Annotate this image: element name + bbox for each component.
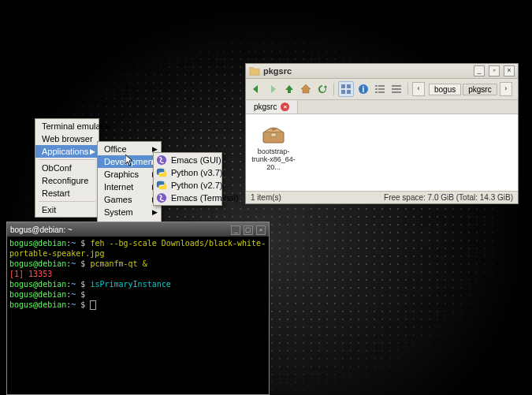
emacs-icon: [156, 155, 167, 166]
close-button[interactable]: ×: [504, 65, 515, 76]
fm-content[interactable]: .tgz bootstrap-trunk-x86_64-20...: [246, 114, 518, 191]
tab-close-icon[interactable]: ×: [281, 102, 289, 111]
svg-rect-9: [378, 85, 385, 87]
menu-item-development[interactable]: Development▶: [98, 155, 161, 168]
path-segment-bogus[interactable]: bogus: [429, 84, 461, 95]
nav-back-button[interactable]: [249, 82, 263, 96]
label: Restart: [42, 188, 69, 198]
window-buttons: _ ▢ ×: [230, 224, 266, 235]
prompt-user: bogus@debian: [9, 259, 66, 268]
menu-item-internet[interactable]: Internet▶: [98, 181, 161, 193]
svg-rect-2: [341, 84, 345, 88]
menu-item-restart[interactable]: Restart: [35, 187, 99, 199]
svg-text:.tgz: .tgz: [271, 127, 276, 131]
cursor: [90, 300, 96, 310]
output: isPrimaryInstance: [90, 280, 170, 289]
terminal-line: bogus@debian:~ $ feh --bg-scale Download…: [9, 238, 266, 259]
menu-item-games[interactable]: Games▶: [98, 193, 161, 206]
menu-item-obconf[interactable]: ObConf: [35, 162, 99, 174]
fm-titlebar[interactable]: pkgsrc _ ▫ ×: [246, 64, 518, 79]
menu-item-terminal-emulator[interactable]: Terminal emulator: [35, 120, 99, 132]
emacs-icon: [156, 192, 167, 203]
label: Web browser: [42, 134, 93, 143]
view-detailed-button[interactable]: [389, 82, 404, 96]
prompt-path: ~: [71, 300, 76, 309]
view-icons-button[interactable]: [338, 81, 354, 97]
svg-rect-16: [392, 91, 401, 93]
view-info-button[interactable]: i: [356, 82, 370, 96]
menu-item-office[interactable]: Office▶: [98, 143, 161, 155]
svg-rect-13: [378, 91, 385, 93]
prompt-user: bogus@debian: [9, 239, 66, 248]
svg-rect-15: [392, 88, 401, 90]
menu-item-emacs-gui[interactable]: Emacs (GUI): [154, 154, 221, 166]
svg-rect-8: [375, 85, 378, 87]
close-button[interactable]: ×: [256, 225, 266, 235]
label: Python (v3.7): [171, 168, 222, 177]
status-free-space: Free space: 7.0 GiB (Total: 14.3 GiB): [384, 193, 513, 202]
nav-forward-button[interactable]: [266, 82, 280, 96]
fm-title: pkgsrc: [263, 66, 470, 76]
terminal-line: bogus@debian:~ $ isPrimaryInstance: [9, 279, 266, 289]
toolbar-separator: [333, 83, 334, 95]
view-list-button[interactable]: [373, 82, 387, 96]
menu-item-exit[interactable]: Exit: [35, 203, 99, 216]
path-bar: bogus pkgsrc: [429, 84, 497, 95]
menu-item-reconfigure[interactable]: Reconfigure: [35, 174, 99, 187]
path-scroll-left-button[interactable]: ‹: [412, 82, 425, 96]
menu-item-applications[interactable]: Applications▶: [35, 145, 99, 158]
label: Emacs (GUI): [171, 155, 221, 165]
terminal-window[interactable]: bogus@debian: ~ _ ▢ × bogus@debian:~ $ f…: [6, 222, 270, 395]
prompt-user: bogus@debian: [9, 280, 66, 289]
label: Development: [104, 157, 155, 166]
minimize-button[interactable]: _: [474, 65, 485, 76]
reload-button[interactable]: [315, 82, 329, 96]
file-bootstrap-archive[interactable]: .tgz bootstrap-trunk-x86_64-20...: [251, 119, 296, 171]
svg-text:i: i: [363, 85, 365, 94]
svg-rect-3: [347, 84, 351, 88]
folder-icon: [249, 65, 260, 76]
minimize-button[interactable]: _: [231, 225, 240, 235]
label: Emacs (Terminal): [171, 193, 239, 203]
menu-item-web-browser[interactable]: Web browser: [35, 132, 99, 145]
root-menu: Terminal emulator Web browser Applicatio…: [35, 118, 99, 218]
terminal-line: bogus@debian:~ $: [9, 289, 266, 300]
menu-item-python27[interactable]: Python (v2.7): [154, 179, 221, 192]
maximize-button[interactable]: ▫: [489, 65, 500, 76]
menu-item-python37[interactable]: Python (v3.7): [154, 166, 221, 179]
python-icon: [156, 180, 167, 191]
svg-rect-12: [375, 91, 378, 93]
svg-rect-5: [347, 90, 351, 94]
nav-home-button[interactable]: [299, 82, 313, 96]
menu-item-emacs-terminal[interactable]: Emacs (Terminal): [154, 192, 221, 204]
menu-item-graphics[interactable]: Graphics▶: [98, 168, 161, 181]
prompt-path: ~: [71, 259, 76, 268]
path-segment-pkgsrc[interactable]: pkgsrc: [463, 84, 497, 95]
path-scroll-right-button[interactable]: ›: [500, 82, 512, 96]
cmd: pcmanfm-qt &: [90, 259, 147, 268]
menu-separator: [39, 159, 95, 160]
terminal-titlebar[interactable]: bogus@debian: ~ _ ▢ ×: [7, 222, 269, 237]
submenu-arrow-icon: ▶: [90, 147, 95, 155]
tab-label: pkgsrc: [254, 102, 277, 111]
menu-separator: [39, 201, 95, 202]
prompt-user: bogus@debian: [9, 290, 66, 299]
python-icon: [156, 167, 167, 178]
label: Office: [104, 144, 127, 154]
fm-tab-pkgsrc[interactable]: pkgsrc ×: [246, 100, 298, 114]
terminal-line: bogus@debian:~ $: [9, 300, 266, 310]
terminal-body[interactable]: bogus@debian:~ $ feh --bg-scale Download…: [7, 237, 269, 311]
toolbar-separator: [407, 83, 408, 95]
label: Exit: [42, 205, 56, 214]
prompt-sym: $: [80, 259, 85, 268]
prompt-sym: $: [80, 290, 85, 299]
file-manager-window[interactable]: pkgsrc _ ▫ × i ‹ bogus pkgsrc ›: [245, 63, 519, 204]
output: [1] 13353: [9, 270, 52, 278]
svg-rect-18: [271, 133, 276, 136]
archive-icon: .tgz: [260, 119, 287, 146]
nav-up-button[interactable]: [282, 82, 296, 96]
fm-toolbar: i ‹ bogus pkgsrc ›: [246, 79, 518, 100]
maximize-button[interactable]: ▢: [244, 225, 253, 235]
label: Applications: [42, 147, 88, 156]
menu-item-system[interactable]: System▶: [98, 206, 161, 218]
